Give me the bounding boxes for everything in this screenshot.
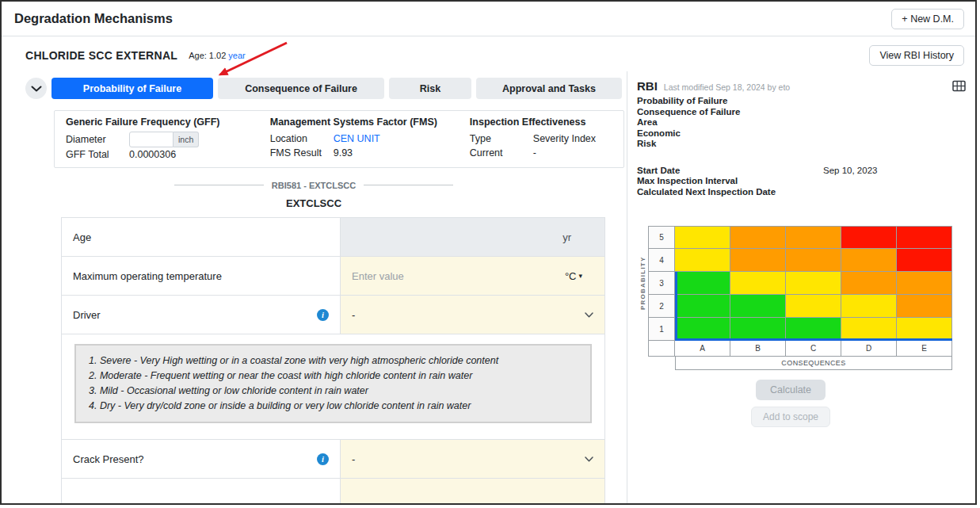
view-rbi-history-button[interactable]: View RBI History: [869, 45, 964, 66]
age-unit-label: yr: [562, 231, 593, 243]
diameter-input-group: inch: [129, 132, 199, 147]
next-field-value-cell[interactable]: [341, 479, 604, 505]
summary-panel: Generic Failure Frequency (GFF) Diameter…: [54, 110, 624, 168]
add-to-scope-button[interactable]: Add to scope: [751, 407, 830, 427]
rbi-header: RBI Last modified Sep 18, 2024 by eto: [637, 79, 966, 93]
matrix-cell-green: [730, 318, 786, 341]
temperature-unit-label: °C: [565, 270, 577, 282]
form-row-max-temp: Maximum operating temperature °C ▾: [62, 257, 604, 296]
matrix-cell-orange: [841, 272, 897, 295]
diameter-input[interactable]: [129, 132, 174, 147]
rbi-field-label: Economic: [637, 128, 681, 138]
inspection-section: Inspection Effectiveness Type Severity I…: [470, 116, 603, 162]
driver-options-row: 1. Severe - Very High wetting or in a co…: [62, 334, 604, 440]
mechanism-header: CHLORIDE SCC EXTERNAL Age: 1.02 year Vie…: [2, 36, 975, 71]
tab-bar: Probability of Failure Consequence of Fa…: [25, 78, 627, 99]
matrix-cell-yellow: [786, 272, 841, 295]
inspection-type-value: Severity Index: [533, 132, 596, 146]
matrix-cell-yellow: [730, 272, 786, 295]
age-unit-link[interactable]: year: [228, 51, 245, 60]
matrix-row-label: 3: [648, 272, 675, 295]
matrix-cell-yellow: [897, 318, 952, 341]
temperature-unit-select[interactable]: °C ▾: [565, 270, 593, 282]
calculate-button[interactable]: Calculate: [756, 380, 826, 400]
location-label: Location: [270, 132, 334, 146]
fms-section: Management Systems Factor (FMS) Location…: [270, 116, 449, 162]
matrix-corner-cell: [648, 341, 675, 357]
inspection-current-value: -: [533, 146, 536, 160]
risk-matrix: PROBABILITY 54321ABCDECONSEQUENCES: [637, 226, 966, 370]
crack-present-select[interactable]: -: [341, 440, 604, 478]
age-value-cell: yr: [341, 218, 604, 256]
age-value: 1.02: [209, 51, 226, 60]
gff-section: Generic Failure Frequency (GFF) Diameter…: [66, 116, 250, 162]
max-temp-field-label: Maximum operating temperature: [73, 270, 222, 282]
new-dm-button[interactable]: + New D.M.: [891, 9, 964, 29]
matrix-cell-red: [841, 226, 897, 249]
chevron-down-icon: [31, 86, 42, 92]
tab-approval-and-tasks[interactable]: Approval and Tasks: [476, 78, 622, 99]
collapse-section-button[interactable]: [25, 78, 47, 99]
main-content: Probability of Failure Consequence of Fa…: [2, 71, 975, 503]
matrix-cell-green: [786, 318, 841, 341]
risk-matrix-icon[interactable]: [952, 80, 966, 92]
driver-select[interactable]: -: [341, 296, 604, 334]
rbi-field-label: Calculated Next Inspection Date: [637, 187, 776, 197]
rbi-field-label: Area: [637, 117, 658, 127]
matrix-col-label: A: [675, 341, 730, 357]
fms-result-value: 9.93: [334, 146, 353, 160]
mechanism-code: EXTCLSCC: [174, 197, 453, 209]
matrix-row-label: 5: [648, 226, 675, 249]
matrix-cell-red: [897, 226, 952, 249]
rbi-title: RBI: [637, 79, 658, 93]
rbi-field-label: Consequence of Failure: [637, 107, 740, 116]
matrix-x-axis-label: CONSEQUENCES: [675, 357, 952, 370]
matrix-cell-green: [675, 295, 730, 318]
mechanism-name: CHLORIDE SCC EXTERNAL: [25, 49, 177, 62]
diameter-label: Diameter: [66, 132, 129, 147]
risk-matrix-grid: 54321ABCDECONSEQUENCES: [648, 226, 952, 370]
gff-total-value: 0.0000306: [129, 147, 176, 162]
matrix-cell-green: [675, 318, 730, 341]
mechanism-age: Age: 1.02 year: [189, 51, 245, 60]
info-icon[interactable]: i: [317, 309, 329, 321]
driver-option: 4. Dry - Very dry/cold zone or inside a …: [89, 399, 578, 414]
tab-probability-of-failure[interactable]: Probability of Failure: [51, 78, 213, 99]
location-link[interactable]: CEN UNIT: [334, 132, 380, 146]
matrix-col-label: C: [786, 341, 841, 357]
info-icon[interactable]: i: [317, 453, 329, 465]
matrix-cell-yellow: [786, 295, 841, 318]
form-row-driver: Driver i -: [62, 296, 604, 334]
crack-present-value: -: [352, 453, 355, 465]
rbi-field-label: Start Date: [637, 166, 680, 175]
caret-down-icon: ▾: [578, 273, 582, 280]
rbi-field-label: Risk: [637, 139, 656, 148]
matrix-cell-green: [675, 272, 730, 295]
matrix-cell-green: [730, 295, 786, 318]
tab-risk[interactable]: Risk: [389, 78, 471, 99]
matrix-cell-yellow: [841, 318, 897, 341]
driver-option: 2. Moderate - Frequent wetting or near t…: [89, 369, 578, 384]
matrix-cell-yellow: [675, 249, 730, 272]
code-divider: RBI581 - EXTCLSCC: [174, 179, 453, 191]
max-temp-input[interactable]: [352, 270, 565, 282]
matrix-cell-yellow: [841, 295, 897, 318]
matrix-cell-orange: [897, 295, 952, 318]
tab-consequence-of-failure[interactable]: Consequence of Failure: [218, 78, 384, 99]
start-date-value: Sep 10, 2023: [823, 166, 877, 177]
matrix-cell-orange: [841, 249, 897, 272]
driver-option: 1. Severe - Very High wetting or in a co…: [89, 353, 578, 369]
matrix-cell-yellow: [675, 226, 730, 249]
matrix-col-label: E: [897, 341, 952, 357]
driver-options-box: 1. Severe - Very High wetting or in a co…: [74, 344, 592, 423]
fms-result-label: FMS Result: [270, 146, 334, 160]
rbi-field-label: Probability of Failure: [637, 96, 727, 105]
form-row-age: Age yr: [62, 218, 604, 257]
matrix-cell-orange: [786, 226, 841, 249]
chevron-down-icon: [585, 456, 593, 462]
app-window: Degradation Mechanisms + New D.M. CHLORI…: [0, 0, 977, 505]
form-row-next-clipped: [62, 479, 604, 505]
last-modified: Last modified Sep 18, 2024 by eto: [664, 82, 790, 92]
inspection-type-label: Type: [470, 132, 533, 146]
matrix-cell-orange: [730, 226, 786, 249]
